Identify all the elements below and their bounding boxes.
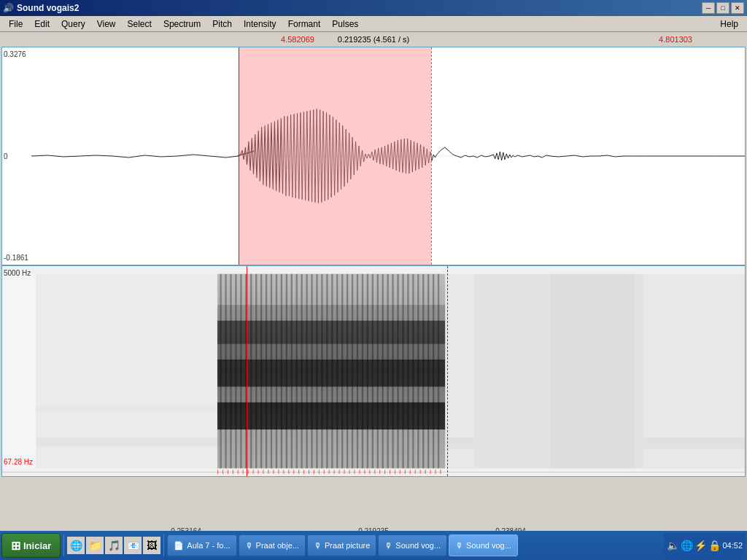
- app1-icon: 📄: [174, 541, 184, 551]
- svg-rect-105: [420, 470, 421, 473]
- app-icon: 🔊: [3, 3, 14, 13]
- svg-rect-77: [278, 470, 279, 473]
- svg-rect-30: [301, 266, 303, 476]
- svg-rect-87: [329, 470, 330, 473]
- svg-rect-69: [238, 470, 239, 473]
- svg-rect-42: [362, 266, 363, 476]
- svg-rect-14: [220, 266, 221, 476]
- menu-file[interactable]: File: [3, 18, 28, 31]
- svg-rect-49: [397, 266, 398, 476]
- menu-view[interactable]: View: [91, 18, 122, 31]
- tray-icon-2[interactable]: 🌐: [681, 540, 693, 551]
- menu-query[interactable]: Query: [55, 18, 91, 31]
- svg-rect-24: [271, 266, 272, 476]
- titlebar: 🔊 Sound vogais2 ─ □ ✕: [0, 0, 747, 16]
- taskbar-app-1[interactable]: 📄 Aula 7 - fo...: [167, 534, 236, 556]
- svg-rect-85: [319, 470, 320, 473]
- system-time: 04:52: [722, 541, 743, 550]
- svg-rect-39: [347, 266, 348, 476]
- svg-rect-95: [369, 470, 370, 473]
- svg-rect-35: [326, 266, 328, 476]
- taskbar-icon-mail[interactable]: 📧: [124, 537, 142, 554]
- app4-label: Sound vog...: [395, 541, 441, 550]
- svg-rect-91: [349, 470, 349, 473]
- svg-rect-84: [314, 470, 314, 473]
- svg-rect-73: [258, 470, 259, 473]
- svg-rect-104: [415, 470, 416, 473]
- menubar: File Edit Query View Select Spectrum Pit…: [0, 16, 747, 32]
- time-center: 0.219235 (4.561 / s): [338, 35, 409, 44]
- app4-icon: 🎙: [384, 541, 392, 550]
- svg-rect-108: [435, 470, 436, 473]
- svg-rect-53: [417, 266, 419, 476]
- menu-pitch[interactable]: Pitch: [206, 18, 238, 31]
- menu-select[interactable]: Select: [122, 18, 158, 31]
- window-controls: ─ □ ✕: [702, 2, 744, 14]
- minimize-button[interactable]: ─: [702, 2, 715, 14]
- svg-rect-29: [296, 266, 298, 476]
- taskbar-icon-media[interactable]: 🎵: [105, 537, 123, 554]
- app3-icon: 🎙: [314, 541, 322, 550]
- svg-rect-34: [321, 266, 322, 476]
- app1-label: Aula 7 - fo...: [187, 541, 230, 550]
- taskbar-app-3[interactable]: 🎙 Praat picture: [307, 534, 376, 556]
- svg-rect-99: [390, 470, 390, 473]
- tray-icon-4[interactable]: 🔒: [708, 540, 721, 551]
- svg-rect-89: [339, 470, 340, 473]
- svg-rect-98: [384, 470, 385, 473]
- svg-rect-81: [298, 470, 299, 473]
- spectrogram-panel[interactable]: 5000 Hz 67.28 Hz: [1, 265, 746, 477]
- taskbar-icon-paint[interactable]: 🖼: [143, 537, 160, 554]
- svg-rect-40: [352, 266, 353, 476]
- left-cursor-line: [239, 47, 239, 265]
- main-content: 0.3276 0 -0.1861: [0, 47, 747, 524]
- svg-rect-94: [364, 470, 365, 473]
- taskbar-app-5[interactable]: 🎙 Sound vog...: [449, 534, 518, 556]
- svg-rect-46: [382, 266, 384, 476]
- y-label-top: 0.3276: [4, 50, 26, 58]
- taskbar-right: 🔈 🌐 ⚡ 🔒 04:52: [664, 533, 746, 558]
- waveform-canvas[interactable]: [31, 47, 745, 265]
- menu-help[interactable]: Help: [714, 18, 744, 31]
- svg-rect-88: [334, 470, 335, 473]
- tray-icon-1[interactable]: 🔈: [667, 540, 679, 551]
- svg-rect-33: [316, 266, 317, 476]
- svg-rect-45: [377, 266, 379, 476]
- svg-rect-96: [374, 470, 375, 473]
- time-display: 4.582069 0.219235 (4.561 / s) 4.801303: [0, 32, 747, 47]
- menu-spectrum[interactable]: Spectrum: [158, 18, 206, 31]
- svg-rect-37: [336, 266, 338, 476]
- menu-pulses[interactable]: Pulses: [326, 18, 364, 31]
- svg-rect-83: [309, 470, 309, 473]
- svg-rect-90: [344, 470, 345, 473]
- svg-rect-86: [324, 470, 325, 473]
- tray-icon-3[interactable]: ⚡: [694, 540, 707, 551]
- taskbar-app-4[interactable]: 🎙 Sound vog...: [378, 534, 447, 556]
- svg-rect-57: [438, 266, 439, 476]
- svg-rect-51: [407, 266, 409, 476]
- spectrogram-svg: [2, 266, 745, 476]
- svg-rect-38: [341, 266, 343, 476]
- hz-label-bottom: 67.28 Hz: [4, 458, 33, 466]
- svg-rect-36: [331, 266, 333, 476]
- svg-rect-72: [253, 470, 254, 473]
- right-cursor-line: [431, 47, 432, 265]
- svg-rect-55: [427, 266, 429, 476]
- titlebar-left: 🔊 Sound vogais2: [3, 3, 79, 13]
- taskbar-icon-folder[interactable]: 📁: [86, 537, 104, 554]
- spec-left-cursor: [247, 266, 247, 476]
- svg-rect-67: [228, 470, 228, 473]
- svg-rect-26: [281, 266, 282, 476]
- menu-formant[interactable]: Formant: [282, 18, 327, 31]
- taskbar-app-2[interactable]: 🎙 Praat obje...: [239, 534, 306, 556]
- maximize-button[interactable]: □: [716, 2, 729, 14]
- menu-intensity[interactable]: Intensity: [238, 18, 282, 31]
- menu-edit[interactable]: Edit: [28, 18, 55, 31]
- taskbar-separator: [63, 534, 64, 556]
- waveform-panel[interactable]: 0.3276 0 -0.1861: [1, 47, 746, 265]
- close-button[interactable]: ✕: [731, 2, 744, 14]
- taskbar-icon-browser[interactable]: 🌐: [67, 537, 85, 554]
- svg-rect-15: [225, 266, 226, 476]
- start-button[interactable]: ⊞ Iniciar: [1, 533, 61, 558]
- spec-right-cursor: [447, 266, 448, 476]
